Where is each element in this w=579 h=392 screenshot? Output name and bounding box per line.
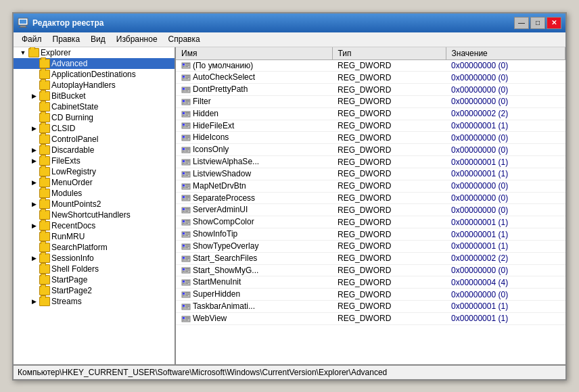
cell-name: DontPrettyPath [176, 84, 332, 96]
status-path: Компьютер\HKEY_CURRENT_USER\Software\Mic… [18, 368, 387, 377]
expand-icon[interactable]: ▶ [30, 297, 38, 305]
table-row[interactable]: StartMenuInitREG_DWORD0x00000004 (4) [176, 276, 565, 289]
table-row[interactable]: (По умолчанию)REG_DWORD0x00000000 (0) [176, 59, 565, 72]
menu-file[interactable]: Файл [16, 33, 47, 45]
table-row[interactable]: HideFileExtREG_DWORD0x00000001 (1) [176, 120, 565, 132]
tree-item-shellfolders[interactable]: Shell Folders [14, 264, 175, 274]
expand-icon[interactable] [30, 232, 38, 241]
expand-icon[interactable] [30, 211, 38, 219]
tree-item-advanced[interactable]: Advanced [14, 58, 175, 69]
table-row[interactable]: HiddenREG_DWORD0x00000002 (2) [176, 107, 565, 120]
tree-label: AutoplayHandlers [51, 80, 116, 90]
col-value[interactable]: Значение [446, 47, 565, 60]
svg-rect-19 [185, 88, 189, 89]
tree-item-searchplatform[interactable]: SearchPlatform [14, 242, 175, 253]
tree-item-appdest[interactable]: ApplicationDestinations [14, 69, 175, 80]
expand-icon[interactable]: ▶ [30, 222, 38, 230]
expand-icon[interactable] [30, 265, 38, 273]
expand-icon[interactable] [30, 168, 38, 176]
table-row[interactable]: AutoCheckSelectREG_DWORD0x00000000 (0) [176, 72, 565, 84]
maximize-button[interactable]: □ [530, 17, 545, 29]
tree-item-newshortcut[interactable]: NewShortcutHandlers [14, 210, 175, 220]
expand-icon[interactable] [30, 70, 38, 78]
expand-icon[interactable] [30, 114, 38, 122]
table-row[interactable]: TaskbarAnimati...REG_DWORD0x00000001 (1) [176, 301, 565, 313]
expand-icon[interactable]: ▼ [19, 49, 27, 57]
cell-name: StartMenuInit [176, 276, 332, 289]
tree-item-streams[interactable]: ▶ Streams [14, 296, 175, 307]
table-row[interactable]: HideIconsREG_DWORD0x00000000 (0) [176, 132, 565, 144]
svg-rect-114 [183, 283, 185, 284]
expand-icon[interactable] [30, 103, 38, 111]
svg-rect-103 [185, 257, 189, 258]
svg-rect-51 [185, 151, 188, 151]
tree-item-runmru[interactable]: RunMRU [14, 231, 175, 242]
menu-favorites[interactable]: Избранное [111, 33, 163, 45]
col-name[interactable]: Имя [176, 47, 332, 60]
expand-icon[interactable] [30, 243, 38, 251]
tree-item-mountpoints[interactable]: ▶ MountPoints2 [14, 199, 175, 210]
tree-item-autoplay[interactable]: AutoplayHandlers [14, 80, 175, 91]
tree-item-modules[interactable]: Modules [14, 188, 175, 199]
table-row[interactable]: WebViewREG_DWORD0x00000001 (1) [176, 312, 565, 324]
tree-item-menuorder[interactable]: ▶ MenuOrder [14, 177, 175, 188]
tree-item-discardable[interactable]: ▶ Discardable [14, 145, 175, 155]
tree-item-controlpanel[interactable]: ControlPanel [14, 134, 175, 145]
tree-item-explorer[interactable]: ▼ Explorer [14, 47, 175, 58]
tree-item-lowreg[interactable]: LowRegistry [14, 166, 175, 177]
expand-icon[interactable]: ▶ [30, 254, 38, 262]
cell-value: 0x00000000 (0) [446, 72, 565, 84]
expand-icon[interactable] [30, 276, 38, 284]
expand-icon[interactable]: ▶ [30, 178, 38, 187]
values-scroll[interactable]: Имя Тип Значение (По умолчанию)REG_DWORD… [176, 47, 565, 364]
table-row[interactable]: ListviewShadowREG_DWORD0x00000001 (1) [176, 168, 565, 180]
tree-item-startpage[interactable]: StartPage [14, 274, 175, 285]
table-row[interactable]: ShowCompColorREG_DWORD0x00000001 (1) [176, 216, 565, 228]
table-row[interactable]: SuperHiddenREG_DWORD0x00000000 (0) [176, 289, 565, 301]
table-row[interactable]: DontPrettyPathREG_DWORD0x00000000 (0) [176, 84, 565, 96]
svg-rect-63 [185, 175, 188, 176]
close-button[interactable]: ✕ [547, 17, 561, 29]
menu-view[interactable]: Вид [85, 33, 111, 45]
svg-rect-50 [185, 149, 189, 150]
expand-icon[interactable] [30, 189, 38, 197]
table-row[interactable]: SeparateProcessREG_DWORD0x00000000 (0) [176, 192, 565, 204]
registry-tree[interactable]: ▼ Explorer Advanced ApplicationDestinati… [14, 47, 176, 364]
table-row[interactable]: Start_ShowMyG...REG_DWORD0x00000000 (0) [176, 264, 565, 276]
tree-item-cabinet[interactable]: CabinetState [14, 101, 175, 112]
svg-rect-75 [185, 199, 188, 199]
minimize-button[interactable]: — [514, 17, 529, 29]
tree-item-bitbucket[interactable]: ▶ BitBucket [14, 91, 175, 101]
expand-icon[interactable] [30, 81, 38, 89]
tree-item-sessioninfo[interactable]: ▶ SessionInfo [14, 253, 175, 264]
svg-rect-9 [185, 66, 188, 67]
folder-icon [39, 80, 50, 90]
expand-icon[interactable] [30, 135, 38, 143]
menu-help[interactable]: Справка [163, 33, 206, 45]
tree-label: StartPage2 [51, 286, 92, 295]
table-row[interactable]: Start_SearchFilesREG_DWORD0x00000002 (2) [176, 252, 565, 264]
expand-icon[interactable]: ▶ [30, 200, 38, 208]
tree-item-cdburn[interactable]: CD Burning [14, 112, 175, 123]
expand-icon[interactable]: ▶ [30, 157, 38, 165]
table-row[interactable]: MapNetDrvBtnREG_DWORD0x00000000 (0) [176, 180, 565, 192]
expand-icon[interactable] [30, 59, 38, 68]
tree-item-recentdocs[interactable]: ▶ RecentDocs [14, 220, 175, 231]
tree-item-fileexts[interactable]: ▶ FileExts [14, 155, 175, 166]
menu-edit[interactable]: Правка [47, 33, 86, 45]
table-row[interactable]: ShowTypeOverlayREG_DWORD0x00000001 (1) [176, 240, 565, 252]
col-type[interactable]: Тип [332, 47, 446, 60]
expand-icon[interactable]: ▶ [30, 124, 38, 132]
table-row[interactable]: ListviewAlphaSe...REG_DWORD0x00000001 (1… [176, 156, 565, 168]
expand-icon[interactable]: ▶ [30, 146, 38, 154]
tree-label: CD Burning [51, 113, 93, 122]
expand-icon[interactable] [30, 287, 38, 295]
table-row[interactable]: ServerAdminUIREG_DWORD0x00000000 (0) [176, 204, 565, 216]
cell-type: REG_DWORD [332, 144, 446, 156]
tree-item-startpage2[interactable]: StartPage2 [14, 285, 175, 296]
tree-item-clsid[interactable]: ▶ CLSID [14, 123, 175, 134]
table-row[interactable]: FilterREG_DWORD0x00000000 (0) [176, 95, 565, 107]
table-row[interactable]: IconsOnlyREG_DWORD0x00000000 (0) [176, 144, 565, 156]
expand-icon[interactable]: ▶ [30, 92, 38, 100]
table-row[interactable]: ShowInfoTipREG_DWORD0x00000001 (1) [176, 228, 565, 241]
